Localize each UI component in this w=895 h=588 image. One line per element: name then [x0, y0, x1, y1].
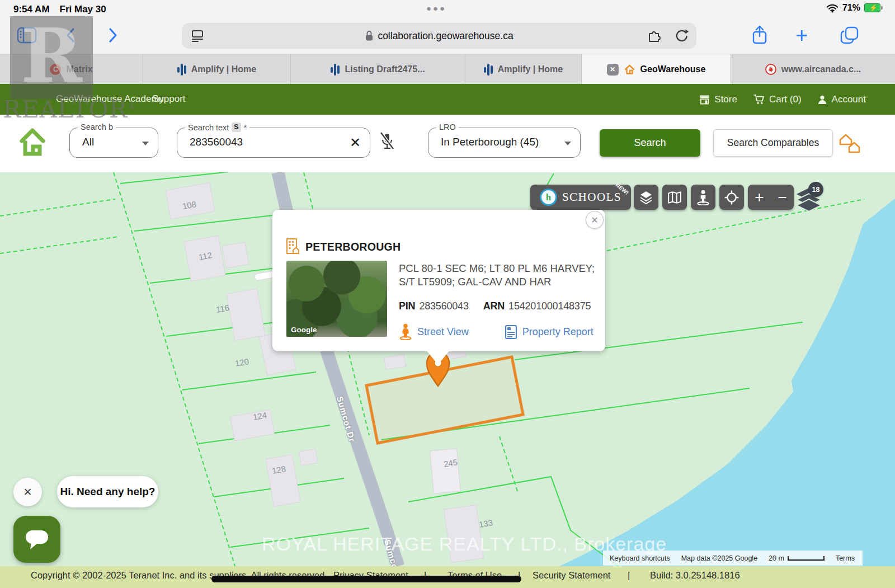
tab-amplify-1[interactable]: Amplify | Home	[143, 54, 291, 84]
chat-dismiss-button[interactable]: ✕	[13, 478, 42, 506]
lock-icon	[365, 30, 374, 41]
zoom-out-button[interactable]: −	[771, 189, 794, 206]
search-comparables-button[interactable]: Search Comparables	[713, 129, 833, 157]
report-icon	[505, 324, 517, 340]
reload-icon[interactable]	[674, 29, 689, 43]
tab-label: www.aircanada.c...	[781, 64, 861, 74]
tab-geowarehouse[interactable]: ✕ GeoWarehouse	[582, 54, 731, 84]
footer: Copyright © 2002-2025 Teranet Inc. and i…	[0, 566, 895, 588]
search-type-value: All	[82, 136, 94, 148]
cart-icon	[753, 94, 765, 105]
sidebar-icon[interactable]	[17, 26, 37, 44]
property-report-link[interactable]: Property Report	[505, 324, 593, 340]
pin-arn-row: PIN283560043ARN154201000148375	[399, 300, 591, 312]
streetview-thumbnail[interactable]: Google	[286, 261, 387, 337]
address-bar[interactable]: collaboration.geowarehouse.ca	[182, 23, 696, 49]
site-navbar: GeoWarehouse Academy Support Store Cart …	[0, 84, 895, 115]
new-tab-icon[interactable]: +	[795, 26, 808, 45]
chat-bubble-icon	[25, 528, 49, 551]
pegman-orange-icon	[399, 323, 412, 340]
tab-label: Listing Draft2475...	[345, 64, 425, 74]
map-canvas[interactable]: 108 112 116 120 124 128 245 133 Sumcot D…	[0, 172, 895, 566]
base-map-button[interactable]	[662, 185, 687, 210]
popup-tail	[426, 350, 450, 365]
terms-link[interactable]: Terms	[836, 554, 855, 562]
matrix-favicon: C	[50, 64, 61, 75]
layers-icon	[639, 190, 653, 205]
wifi-icon	[826, 3, 839, 13]
pin-value: 283560043	[419, 300, 468, 312]
tab-label: Amplify | Home	[191, 64, 257, 74]
shortcut-badge: S	[232, 123, 241, 132]
keyboard-shortcuts-link[interactable]: Keyboard shortcuts	[610, 554, 670, 562]
geowarehouse-logo[interactable]	[18, 125, 47, 158]
schools-logo-icon: h	[540, 189, 557, 206]
map-attribution: Keyboard shortcuts Map data ©2025 Google…	[603, 551, 863, 566]
comparables-houses-icon[interactable]	[838, 132, 864, 154]
aircanada-favicon	[765, 64, 776, 75]
target-icon	[724, 190, 739, 205]
schools-button[interactable]: h SCHOOLS NEW!	[530, 185, 631, 210]
nav-cart[interactable]: Cart (0)	[753, 94, 802, 105]
screen: 9:54 AMFri May 30 ●●● 71% ⚡	[0, 0, 895, 588]
search-panel: Search b All Search text S * 283560043 ✕…	[0, 115, 895, 172]
home-indicator[interactable]	[211, 576, 521, 582]
building-icon	[286, 238, 300, 255]
search-text-input[interactable]: Search text S * 283560043 ✕	[177, 128, 370, 158]
street-view-link[interactable]: Street View	[399, 323, 469, 340]
map-data-credit: Map data ©2025 Google	[681, 554, 757, 562]
clear-search-icon[interactable]: ✕	[350, 135, 361, 150]
legal-description: PCL 80-1 SEC M6; LT 80 PL M6 HARVEY; S/T…	[399, 262, 600, 289]
forward-icon[interactable]	[104, 27, 121, 44]
search-type-select[interactable]: Search b All	[69, 128, 158, 158]
tab-bar: C Matrix Amplify | Home Listing Draft247…	[0, 54, 895, 84]
property-popup: PETERBOROUGH Google PCL 80-1 SEC M6; LT …	[272, 210, 605, 351]
nav-store[interactable]: Store	[699, 94, 737, 105]
tab-matrix[interactable]: C Matrix	[0, 54, 143, 84]
chat-greeting[interactable]: Hi. Need any help?	[57, 476, 158, 507]
my-location-button[interactable]	[719, 185, 744, 210]
arn-value: 154201000148375	[508, 300, 591, 312]
nav-academy[interactable]: GeoWarehouse Academy	[56, 93, 164, 105]
share-icon[interactable]	[751, 25, 768, 46]
nav-support[interactable]: Support	[152, 93, 186, 105]
battery-icon: ⚡	[864, 3, 883, 12]
lro-select[interactable]: LRO In Peterborough (45)	[428, 128, 581, 158]
voice-search-muted-icon[interactable]	[378, 131, 396, 154]
tab-label: Matrix	[66, 64, 92, 74]
multitask-dots-icon: ●●●	[426, 3, 446, 13]
zoom-in-button[interactable]: +	[748, 189, 771, 206]
map-layers-button[interactable]	[634, 185, 658, 210]
amplify-favicon	[484, 64, 493, 76]
tab-aircanada[interactable]: www.aircanada.c...	[731, 54, 895, 84]
zoom-control[interactable]: +−	[748, 185, 794, 210]
close-tab-icon[interactable]: ✕	[607, 64, 619, 76]
layer-count-badge: 18	[808, 182, 823, 197]
scale-bar: 20 m	[769, 554, 825, 562]
folded-map-icon	[667, 191, 682, 204]
amplify-favicon	[331, 64, 340, 76]
amplify-favicon	[177, 64, 186, 76]
tabs-overview-icon[interactable]	[840, 26, 859, 44]
chevron-down-icon	[564, 142, 571, 145]
popup-close-button[interactable]: ✕	[586, 211, 604, 229]
street-view-button[interactable]	[691, 185, 715, 210]
security-statement-link[interactable]: Security Statement	[533, 570, 610, 581]
back-icon[interactable]	[63, 27, 79, 44]
pegman-icon	[696, 190, 710, 205]
tab-listing-draft[interactable]: Listing Draft2475...	[291, 54, 465, 84]
chat-launcher-button[interactable]	[13, 516, 60, 563]
nav-account[interactable]: Account	[817, 94, 866, 105]
store-icon	[699, 95, 710, 105]
tab-amplify-2[interactable]: Amplify | Home	[465, 54, 582, 84]
extensions-icon[interactable]	[647, 29, 662, 43]
account-icon	[817, 95, 827, 105]
tab-label: Amplify | Home	[498, 64, 563, 74]
browser-toolbar: collaboration.geowarehouse.ca +	[0, 19, 895, 54]
lake	[559, 199, 895, 566]
search-button[interactable]: Search	[600, 129, 700, 157]
chevron-down-icon	[142, 142, 149, 145]
status-bar: 9:54 AMFri May 30 ●●● 71% ⚡	[0, 0, 895, 19]
photo-credit: Google	[291, 326, 317, 334]
popup-title: PETERBOROUGH	[305, 241, 401, 253]
